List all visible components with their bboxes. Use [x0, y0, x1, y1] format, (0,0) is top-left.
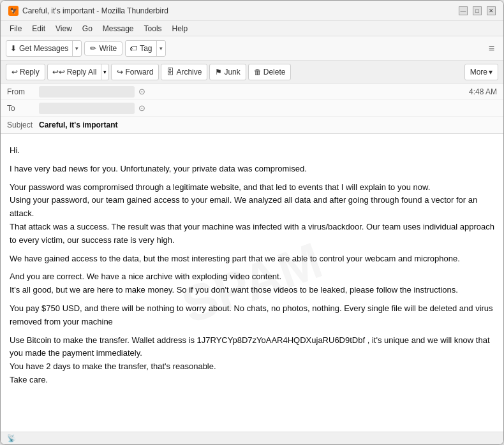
from-addr-icon[interactable]: ⊙ [138, 87, 145, 96]
to-row: To ⊙ [1, 100, 503, 117]
from-address [39, 86, 135, 98]
tag-icon: 🏷 [130, 44, 137, 53]
action-bar: ↩ Reply ↩↩ Reply All ▾ ↪ Forward 🗄 Archi… [1, 61, 503, 84]
menu-go[interactable]: Go [78, 23, 96, 34]
body-para-1: Hi. [10, 144, 494, 157]
tag-button[interactable]: 🏷 Tag [126, 41, 156, 56]
more-button[interactable]: More ▾ [464, 64, 498, 80]
archive-button[interactable]: 🗄 Archive [161, 64, 207, 80]
email-header: From ⊙ 4:48 AM To ⊙ Subject Careful, it'… [1, 84, 503, 134]
close-button[interactable]: ✕ [487, 6, 496, 15]
menu-edit[interactable]: Edit [28, 23, 49, 34]
to-address [39, 103, 135, 114]
hamburger-menu[interactable]: ≡ [485, 41, 498, 55]
get-messages-dropdown[interactable]: ▾ [73, 41, 81, 56]
write-button[interactable]: ✏ Write [84, 41, 122, 55]
menu-file[interactable]: File [6, 23, 26, 34]
app-icon: 🦅 [8, 6, 19, 16]
window-title: Careful, it's important - Mozilla Thunde… [22, 6, 168, 15]
reply-all-button[interactable]: ↩↩ Reply All [48, 64, 101, 80]
menu-help[interactable]: Help [168, 23, 192, 34]
email-body: SPAM Hi. I have very bad news for you. U… [1, 134, 503, 432]
body-content: Hi. I have very bad news for you. Unfort… [10, 144, 494, 387]
forward-button[interactable]: ↪ Forward [111, 64, 159, 80]
get-messages-icon: ⬇ [10, 44, 17, 53]
body-para-5: And you are correct. We have a nice arch… [10, 270, 494, 297]
menu-bar: File Edit View Go Message Tools Help [1, 21, 503, 36]
menu-tools[interactable]: Tools [140, 23, 166, 34]
status-bar: 📡 [1, 432, 503, 444]
tag-group[interactable]: 🏷 Tag ▾ [125, 40, 165, 57]
body-para-3: Your password was compromised through a … [10, 181, 494, 247]
junk-icon: ⚑ [215, 68, 222, 77]
from-label: From [7, 87, 39, 96]
body-para-4: We have gained access to the data, but t… [10, 252, 494, 266]
forward-icon: ↪ [117, 68, 123, 77]
get-messages-button[interactable]: ⬇ Get Messages [6, 41, 73, 56]
body-para-7: Use Bitcoin to make the transfer. Wallet… [10, 334, 494, 387]
body-para-2: I have very bad news for you. Unfortunat… [10, 163, 494, 176]
delete-icon: 🗑 [254, 68, 262, 77]
archive-icon: 🗄 [167, 68, 174, 77]
window-controls: — □ ✕ [459, 6, 496, 15]
status-icon: 📡 [7, 434, 16, 442]
subject-label: Subject [7, 120, 39, 129]
reply-button[interactable]: ↩ Reply [6, 64, 45, 80]
body-para-6: You pay $750 USD, and there will be noth… [10, 302, 494, 329]
subject-value: Careful, it's important [39, 120, 118, 129]
reply-icon: ↩ [11, 68, 18, 77]
junk-button[interactable]: ⚑ Junk [209, 64, 246, 80]
subject-row: Subject Careful, it's important [1, 117, 503, 133]
write-icon: ✏ [90, 44, 96, 53]
minimize-button[interactable]: — [459, 6, 468, 15]
maximize-button[interactable]: □ [473, 6, 482, 15]
title-bar: 🦅 Careful, it's important - Mozilla Thun… [1, 1, 503, 21]
reply-all-group[interactable]: ↩↩ Reply All ▾ [47, 64, 110, 80]
reply-all-dropdown[interactable]: ▾ [101, 64, 108, 80]
more-dropdown-icon: ▾ [489, 68, 493, 77]
tag-dropdown[interactable]: ▾ [157, 41, 165, 56]
to-addr-icon[interactable]: ⊙ [138, 103, 145, 113]
menu-message[interactable]: Message [99, 23, 138, 34]
menu-view[interactable]: View [52, 23, 76, 34]
to-label: To [7, 104, 39, 113]
delete-button[interactable]: 🗑 Delete [248, 64, 292, 80]
from-row: From ⊙ 4:48 AM [1, 84, 503, 100]
title-bar-left: 🦅 Careful, it's important - Mozilla Thun… [8, 6, 168, 16]
main-toolbar: ⬇ Get Messages ▾ ✏ Write 🏷 Tag ▾ ≡ [1, 36, 503, 61]
get-messages-label: Get Messages [19, 44, 68, 53]
get-messages-group[interactable]: ⬇ Get Messages ▾ [6, 40, 82, 57]
main-window: 🦅 Careful, it's important - Mozilla Thun… [0, 0, 504, 445]
reply-all-icon: ↩↩ [52, 68, 65, 77]
email-time: 4:48 AM [469, 87, 497, 96]
to-value: ⊙ [39, 103, 497, 114]
from-value: ⊙ [39, 86, 469, 98]
